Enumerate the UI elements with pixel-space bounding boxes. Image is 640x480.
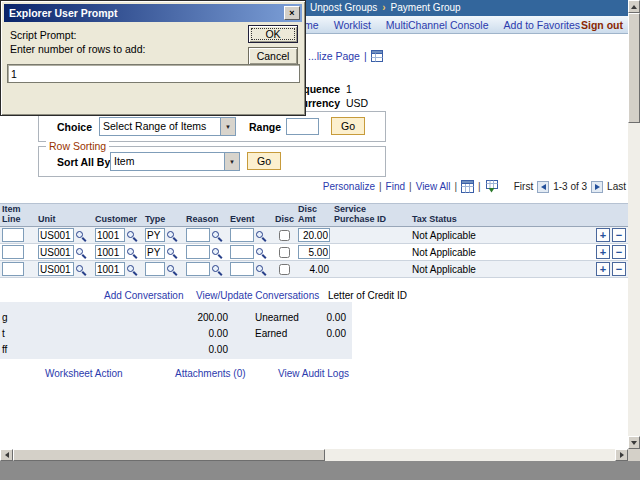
lookup-icon[interactable] (166, 264, 177, 275)
customer-input[interactable] (95, 228, 125, 242)
grid-row-1: Not Applicable +− (0, 227, 628, 244)
rows-count-input[interactable] (7, 64, 300, 83)
find-link[interactable]: Find (386, 181, 405, 192)
scroll-up-icon[interactable] (628, 0, 640, 13)
lookup-icon[interactable] (255, 247, 266, 258)
nav-multichannel-console[interactable]: MultiChannel Console (386, 19, 489, 31)
col-header-disc-amt: Disc Amt (296, 204, 332, 226)
breadcrumb-separator-icon: › (382, 2, 385, 13)
grid-header-row: Item Line Unit Customer Type Reason Even… (0, 203, 628, 227)
summary-value: 0.00 (140, 344, 228, 355)
disc-checkbox[interactable] (279, 230, 290, 241)
nav-worklist[interactable]: Worklist (334, 19, 371, 31)
attachments-link[interactable]: Attachments (0) (175, 368, 246, 379)
type-input[interactable] (145, 262, 165, 276)
add-conversation-link[interactable]: Add Conversation (104, 290, 184, 301)
lookup-icon[interactable] (126, 230, 137, 241)
col-header-event: Event (228, 214, 273, 226)
nav-sign-out[interactable]: Sign out (581, 19, 623, 31)
reason-input[interactable] (186, 245, 210, 259)
scroll-right-icon[interactable] (615, 449, 628, 461)
scrollbar-corner (628, 449, 640, 461)
personalize-page-area: ...lize Page | (308, 50, 383, 62)
reason-input[interactable] (186, 262, 210, 276)
grid-row-2: Not Applicable +− (0, 244, 628, 261)
item-line-input[interactable] (2, 262, 24, 276)
add-row-button[interactable]: + (596, 228, 610, 242)
disc-checkbox[interactable] (279, 247, 290, 258)
pager-first[interactable]: First (514, 181, 533, 192)
event-input[interactable] (230, 245, 254, 259)
event-input[interactable] (230, 228, 254, 242)
pager-last[interactable]: Last (607, 181, 626, 192)
view-audit-logs-link[interactable]: View Audit Logs (278, 368, 349, 379)
delete-row-button[interactable]: − (612, 262, 626, 276)
window-bottom-band (0, 461, 640, 480)
delete-row-button[interactable]: − (612, 228, 626, 242)
lookup-icon[interactable] (126, 247, 137, 258)
disc-amt-input[interactable] (298, 245, 330, 259)
delete-row-button[interactable]: − (612, 245, 626, 259)
close-icon[interactable]: × (284, 6, 300, 20)
view-update-conversations-link[interactable]: View/Update Conversations (196, 290, 319, 301)
lookup-icon[interactable] (211, 247, 222, 258)
cancel-button[interactable]: Cancel (248, 47, 298, 65)
event-input[interactable] (230, 262, 254, 276)
lookup-icon[interactable] (75, 230, 86, 241)
row-selection-go-button[interactable]: Go (331, 117, 365, 135)
lookup-icon[interactable] (166, 230, 177, 241)
horizontal-scroll-thumb[interactable] (13, 449, 325, 461)
row-sorting-title: Row Sorting (46, 140, 109, 152)
type-input[interactable] (145, 228, 165, 242)
unit-input[interactable] (38, 245, 74, 259)
pager-next-icon[interactable] (591, 181, 603, 193)
lookup-icon[interactable] (211, 230, 222, 241)
range-input[interactable] (286, 118, 319, 135)
scroll-left-icon[interactable] (0, 449, 13, 461)
lookup-icon[interactable] (75, 264, 86, 275)
horizontal-scrollbar[interactable] (0, 449, 628, 461)
pager-prev-icon[interactable] (537, 181, 549, 193)
customer-input[interactable] (95, 262, 125, 276)
new-window-icon[interactable] (371, 50, 383, 62)
earned-value: 0.00 (300, 328, 346, 339)
lookup-icon[interactable] (126, 264, 137, 275)
item-line-input[interactable] (2, 228, 24, 242)
balance-summary-panel: g 200.00 Unearned 0.00 t 0.00 Earned 0.0… (0, 302, 352, 359)
zoom-grid-icon[interactable] (461, 180, 474, 193)
nav-add-to-favorites[interactable]: Add to Favorites (504, 19, 580, 31)
item-line-input[interactable] (2, 245, 24, 259)
grid-toolbar: Personalize | Find | View All | | First … (323, 180, 626, 193)
lookup-icon[interactable] (166, 247, 177, 258)
choice-select[interactable]: Select Range of Items ▼ (99, 117, 236, 136)
breadcrumb-payment-group[interactable]: Payment Group (391, 2, 461, 13)
vertical-scroll-thumb[interactable] (628, 13, 640, 123)
reason-input[interactable] (186, 228, 210, 242)
personalize-page-link[interactable]: ...lize Page (308, 50, 360, 62)
breadcrumb-unpost-groups[interactable]: Unpost Groups (310, 2, 377, 13)
view-all-link[interactable]: View All (416, 181, 451, 192)
type-input[interactable] (145, 245, 165, 259)
dialog-title-bar[interactable]: Explorer User Prompt × (4, 4, 302, 22)
vertical-scrollbar[interactable] (628, 0, 640, 449)
personalize-link[interactable]: Personalize (323, 181, 375, 192)
worksheet-action-link[interactable]: Worksheet Action (45, 368, 123, 379)
customer-input[interactable] (95, 245, 125, 259)
add-row-button[interactable]: + (596, 245, 610, 259)
download-icon[interactable] (485, 180, 498, 193)
add-row-button[interactable]: + (596, 262, 610, 276)
unit-input[interactable] (38, 262, 74, 276)
lookup-icon[interactable] (255, 230, 266, 241)
summary-value: 0.00 (140, 328, 228, 339)
lookup-icon[interactable] (255, 264, 266, 275)
lookup-icon[interactable] (211, 264, 222, 275)
unit-input[interactable] (38, 228, 74, 242)
disc-amt-input[interactable] (298, 228, 330, 242)
scroll-down-icon[interactable] (628, 436, 640, 449)
nav-links: Home Worklist MultiChannel Console Add t… (291, 19, 580, 31)
sort-select[interactable]: Item ▼ (110, 152, 240, 171)
disc-checkbox[interactable] (279, 264, 290, 275)
lookup-icon[interactable] (75, 247, 86, 258)
ok-button[interactable]: OK (248, 25, 298, 43)
row-sorting-go-button[interactable]: Go (247, 152, 281, 170)
